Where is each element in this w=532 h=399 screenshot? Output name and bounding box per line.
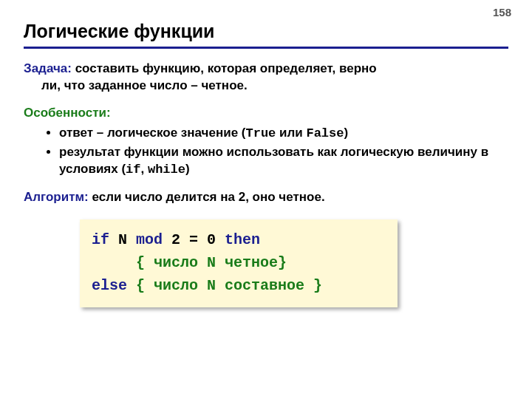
code-comment: { число N составное }: [127, 277, 322, 294]
bullet-text: результат функции можно использовать как…: [59, 145, 488, 176]
code-inline: while: [148, 163, 185, 177]
code-inline: True: [246, 126, 276, 140]
code-inline: if: [126, 163, 140, 177]
bullet-text: ответ – логическое значение (: [59, 126, 246, 140]
task-text-1: составить функцию, которая определяет, в…: [72, 61, 377, 75]
algorithm-text: если число делится на 2, оно четное.: [89, 190, 325, 204]
code-line: if N mod 2 = 0 then: [92, 228, 386, 251]
page-title: Логические функции: [24, 21, 508, 49]
code-line: else { число N составное }: [92, 274, 386, 297]
code-keyword: then: [225, 231, 260, 248]
page-number: 158: [493, 6, 511, 18]
bullet-text: ): [344, 126, 348, 140]
bullet-text: ): [185, 162, 190, 176]
list-item: результат функции можно использовать как…: [59, 144, 508, 179]
slide-container: Логические функции Задача: составить фун…: [0, 0, 532, 322]
list-item: ответ – логическое значение (True или Fa…: [59, 125, 508, 143]
bullet-text: ,: [141, 162, 148, 176]
features-list: ответ – логическое значение (True или Fa…: [24, 125, 508, 179]
code-keyword: mod: [136, 231, 163, 248]
code-keyword: else: [92, 277, 127, 294]
features-label: Особенности:: [24, 106, 111, 120]
task-label: Задача:: [24, 61, 72, 75]
code-keyword: if: [92, 231, 109, 248]
code-text: N: [109, 231, 136, 248]
bullet-text: или: [276, 126, 306, 140]
code-text: 2 = 0: [163, 231, 225, 248]
code-line: { число N четное}: [92, 251, 386, 274]
code-inline: False: [306, 126, 344, 140]
code-block: if N mod 2 = 0 then { число N четное} el…: [80, 219, 398, 307]
algorithm-label: Алгоритм:: [24, 190, 89, 204]
features-paragraph: Особенности: ответ – логическое значение…: [24, 105, 508, 179]
algorithm-paragraph: Алгоритм: если число делится на 2, оно ч…: [24, 189, 508, 206]
task-paragraph: Задача: составить функцию, которая опред…: [24, 61, 508, 95]
task-text-2: ли, что заданное число – четное.: [24, 78, 508, 95]
